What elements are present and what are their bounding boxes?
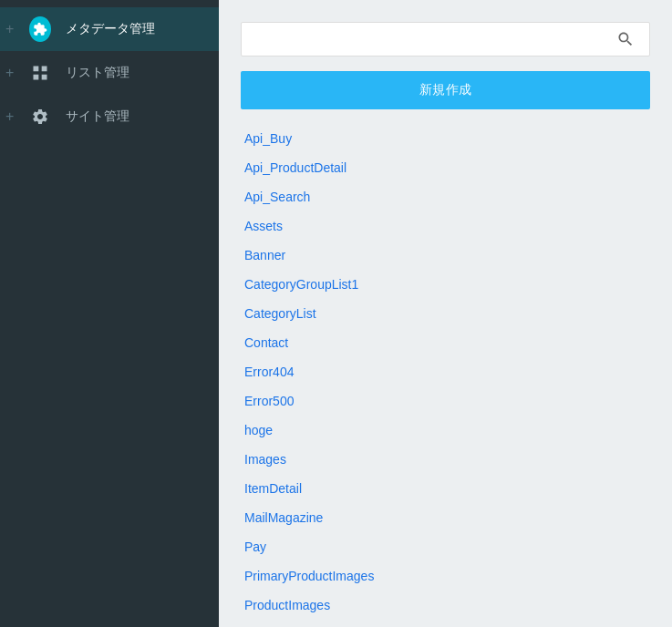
list-item[interactable]: Api_Search: [241, 182, 650, 211]
list-item[interactable]: Pay: [241, 532, 650, 561]
sidebar-item-site[interactable]: + サイト管理: [0, 95, 219, 139]
list-item[interactable]: Images: [241, 445, 650, 474]
list-item[interactable]: Contact: [241, 328, 650, 357]
main-content: 新規作成 Api_BuyApi_ProductDetailApi_SearchA…: [219, 0, 672, 627]
sidebar-item-list[interactable]: + リスト管理: [0, 51, 219, 95]
list-item[interactable]: ProductImages: [241, 591, 650, 620]
list-item[interactable]: Banner: [241, 241, 650, 270]
search-bar: [241, 22, 650, 57]
list-item[interactable]: CategoryGroupList1: [241, 270, 650, 299]
list-item[interactable]: hoge: [241, 416, 650, 445]
new-create-button[interactable]: 新規作成: [241, 71, 650, 109]
puzzle-icon: [29, 18, 51, 40]
metadata-list: Api_BuyApi_ProductDetailApi_SearchAssets…: [241, 124, 650, 627]
plus-icon-metadata: +: [5, 21, 14, 37]
search-input[interactable]: [253, 32, 613, 46]
plus-icon-site: +: [5, 108, 14, 125]
plus-icon-list: +: [5, 65, 14, 81]
grid-icon: [29, 62, 51, 84]
sidebar-item-list-label: リスト管理: [66, 65, 129, 81]
list-item[interactable]: PrimaryProductImages: [241, 561, 650, 591]
list-item[interactable]: Error404: [241, 357, 650, 386]
list-item[interactable]: Error500: [241, 386, 650, 416]
list-item[interactable]: ItemDetail: [241, 474, 650, 503]
list-item[interactable]: Api_ProductDetail: [241, 153, 650, 182]
sidebar-item-metadata[interactable]: + メタデータ管理: [0, 7, 219, 51]
list-item[interactable]: Assets: [241, 211, 650, 241]
search-button[interactable]: [613, 28, 638, 50]
list-item[interactable]: Robots: [241, 620, 650, 627]
list-item[interactable]: MailMagazine: [241, 503, 650, 532]
sidebar: + メタデータ管理 + リスト管理 + サイト管理: [0, 0, 219, 627]
gear-icon: [29, 106, 51, 128]
sidebar-item-site-label: サイト管理: [66, 108, 129, 125]
list-item[interactable]: CategoryList: [241, 299, 650, 328]
list-item[interactable]: Api_Buy: [241, 124, 650, 153]
sidebar-item-metadata-label: メタデータ管理: [66, 21, 155, 37]
